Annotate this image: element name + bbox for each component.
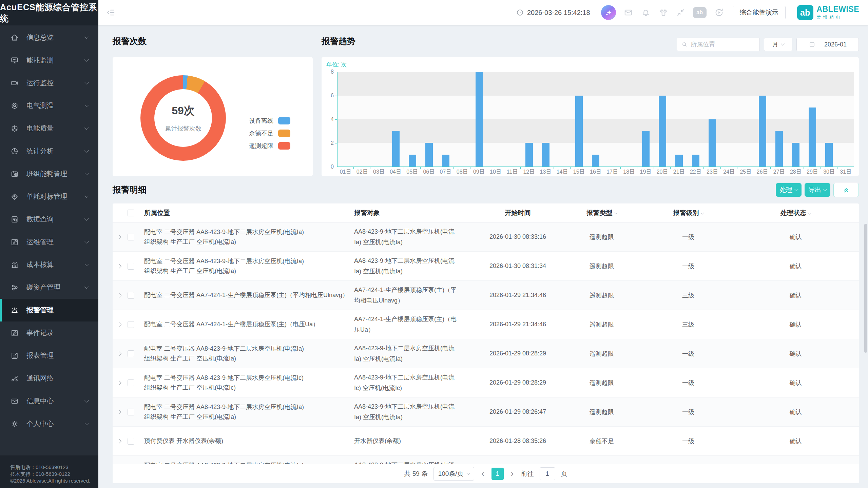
demo-button[interactable]: 综合能管演示 (733, 6, 786, 19)
table-row: 配电室 二号变压器 AA8-423-9-地下二层水房空压机(电流Ia)组织架构 … (113, 339, 859, 368)
cell-status[interactable]: 确认 (732, 320, 859, 329)
sidebar-item-成本核算[interactable]: 成本核算 (0, 253, 98, 276)
x-axis-label: 16日 (587, 169, 604, 176)
cell-location: 配电室 二号变压器 AA8-423-9-地下二层水房空压机(电流Ia)组织架构 … (144, 344, 354, 364)
cell-status[interactable]: 确认 (732, 350, 859, 358)
col-status[interactable]: 处理状态 (732, 209, 859, 217)
sidebar-item-事件记录[interactable]: 事件记录 (0, 321, 98, 344)
sidebar-item-数据查询[interactable]: 数据查询 (0, 208, 98, 231)
sidebar-item-报表管理[interactable]: 报表管理 (0, 344, 98, 367)
sidebar-item-能耗监测[interactable]: 能耗监测 (0, 49, 98, 72)
location-search-input[interactable] (691, 41, 755, 48)
sidebar-item-信息总览[interactable]: 信息总览 (0, 26, 98, 49)
x-axis-label: 18日 (621, 169, 637, 176)
donut-legend: 设备离线余额不足遥测超限 (249, 117, 290, 150)
sidebar-item-碳资产管理[interactable]: 碳资产管理 (0, 276, 98, 299)
trend-title: 报警趋势 (322, 36, 355, 47)
cell-status[interactable]: 确认 (732, 408, 859, 416)
export-button[interactable]: 导出 (805, 183, 830, 197)
x-axis-label: 31日 (837, 169, 854, 176)
date-picker[interactable]: 2026-01 (796, 38, 859, 51)
sidebar-item-电气测温[interactable]: 电气测温 (0, 94, 98, 117)
chevron-down-icon (84, 194, 89, 198)
table-row: 配电室 二号变压器 AA8-423-9-地下二层水房空压机(电流Ia)组织架构 … (113, 252, 859, 281)
expand-row-icon[interactable] (117, 351, 121, 356)
sidebar-item-统计分析[interactable]: 统计分析 (0, 140, 98, 162)
sidebar-item-单耗对标管理[interactable]: 单耗对标管理 (0, 185, 98, 208)
menu-fold-icon[interactable] (106, 7, 116, 18)
cell-location: 配电室 二号变压器 AA8-423-9-地下二层水房空压机(电流Ia)组织架构 … (144, 256, 354, 276)
cell-status[interactable]: 确认 (732, 379, 859, 387)
x-axis-label: 02日 (354, 169, 370, 176)
prev-page-button[interactable]: ‹ (480, 468, 486, 479)
sidebar-item-运行监控[interactable]: 运行监控 (0, 72, 98, 94)
guide-tour-icon[interactable] (714, 7, 724, 18)
cell-type: 遥测超限 (559, 233, 644, 241)
row-checkbox[interactable] (128, 292, 134, 299)
process-button[interactable]: 处理 (776, 183, 802, 197)
cell-status[interactable]: 确认 (732, 291, 859, 299)
sidebar: AcuECS能源综合管控系统 信息总览能耗监测运行监控电气测温电能质量统计分析班… (0, 0, 98, 488)
bar-slot (387, 72, 404, 167)
mail-icon[interactable] (623, 7, 633, 18)
next-page-button[interactable]: › (509, 468, 515, 479)
cell-start-time: 2026-01-30 08:31:34 (476, 262, 559, 270)
row-checkbox[interactable] (128, 379, 134, 386)
col-type[interactable]: 报警类型 (559, 209, 644, 217)
brand-logo: ab ABLEWISE 爱博精电 (797, 5, 859, 20)
sidebar-item-运维管理[interactable]: 运维管理 (0, 231, 98, 253)
ab-badge-icon[interactable]: ab (693, 7, 707, 18)
row-checkbox[interactable] (128, 350, 134, 357)
goto-page-input[interactable] (540, 467, 555, 480)
select-all-checkbox[interactable] (128, 210, 134, 216)
bar-slot (821, 72, 837, 167)
page-size-select[interactable]: 100条/页 (433, 467, 474, 481)
cell-status[interactable]: 确认 (732, 233, 859, 241)
col-level[interactable]: 报警级别 (644, 209, 732, 217)
sidebar-item-信息中心[interactable]: 信息中心 (0, 390, 98, 412)
theme-shirt-icon[interactable] (658, 7, 669, 18)
row-checkbox[interactable] (128, 234, 134, 240)
sidebar-item-报警管理[interactable]: 报警管理 (0, 299, 98, 321)
cell-level: 一级 (644, 350, 732, 358)
sidebar-item-个人中心[interactable]: 个人中心 (0, 412, 98, 435)
row-checkbox[interactable] (128, 409, 134, 415)
expand-row-icon[interactable] (117, 438, 121, 443)
x-axis-label: 30日 (821, 169, 837, 176)
table-row: 配电室 二号变压器 AA8-423-9-地下二层水房空压机(电流Ic)组织架构 … (113, 368, 859, 397)
row-checkbox[interactable] (128, 263, 134, 270)
clock-icon (516, 8, 524, 17)
bell-icon[interactable] (641, 7, 651, 18)
ai-assistant-icon[interactable] (601, 5, 616, 20)
bar-slot (621, 72, 637, 167)
collapse-panel-button[interactable] (833, 183, 859, 197)
row-checkbox[interactable] (128, 321, 134, 328)
expand-row-icon[interactable] (117, 380, 121, 385)
period-select[interactable]: 月 (764, 38, 792, 51)
cell-status[interactable]: 确认 (732, 437, 859, 445)
sidebar-item-label: 运维管理 (26, 237, 85, 247)
sidebar-item-通讯网络[interactable]: 通讯网络 (0, 367, 98, 390)
col-location: 所属位置 (144, 208, 354, 218)
sidebar-item-label: 信息中心 (26, 396, 85, 406)
monitor-icon (10, 56, 19, 65)
expand-row-icon[interactable] (117, 322, 121, 327)
x-axis-label: 15日 (571, 169, 587, 176)
donut-total: 59次 (172, 103, 195, 118)
gear-icon (10, 419, 19, 428)
current-page-button[interactable]: 1 (491, 468, 504, 480)
table-row: 配电室 二号变压器 AA7-424-1-生产楼层顶稳压泵(主)（电压Ua） AA… (113, 310, 859, 339)
sidebar-item-电能质量[interactable]: 电能质量 (0, 117, 98, 140)
expand-row-icon[interactable] (117, 293, 121, 297)
row-checkbox[interactable] (128, 438, 134, 445)
cell-status[interactable]: 确认 (732, 262, 859, 270)
expand-row-icon[interactable] (117, 263, 121, 268)
expand-row-icon[interactable] (117, 234, 121, 239)
collapse-arrows-icon[interactable] (676, 8, 686, 17)
home-icon (10, 33, 19, 42)
system-time: 2026-03-26 15:42:18 (516, 8, 590, 17)
expand-row-icon[interactable] (117, 409, 121, 414)
bar-slot (637, 72, 654, 167)
page-scrollbar[interactable] (864, 224, 867, 353)
sidebar-item-班组能耗管理[interactable]: 班组能耗管理 (0, 162, 98, 185)
